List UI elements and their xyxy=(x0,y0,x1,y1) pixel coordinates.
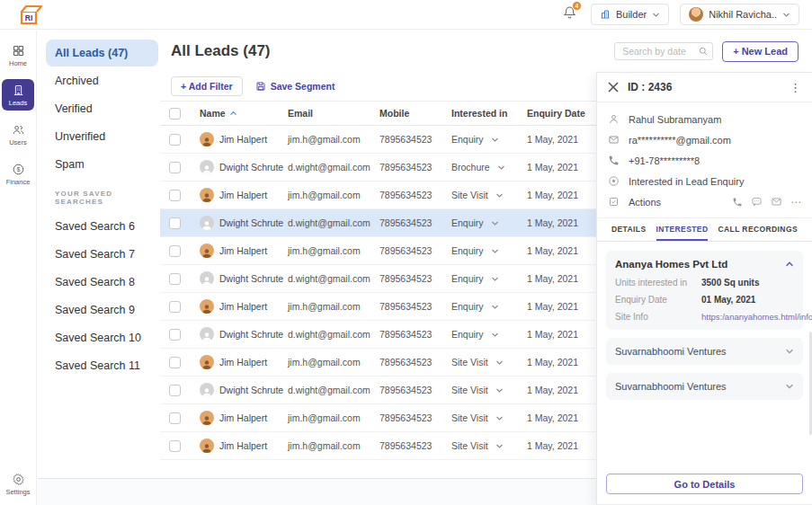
nav-item-users[interactable]: Users xyxy=(2,119,34,150)
table-row[interactable]: Dwight Schrute d.wight@gmail.com 7895634… xyxy=(160,154,596,182)
interest-dropdown[interactable]: Site Visit xyxy=(451,357,527,368)
nav-item-finance[interactable]: $ Finance xyxy=(2,158,34,190)
building-icon xyxy=(12,84,25,97)
table-row[interactable]: Dwight Schrute d.wight@gmail.com 7895634… xyxy=(160,321,596,349)
interest-dropdown[interactable]: Enquiry xyxy=(451,273,527,284)
chevron-down-icon xyxy=(495,386,504,394)
row-checkbox[interactable] xyxy=(169,440,181,452)
nav-item-settings[interactable]: Settings xyxy=(2,468,34,500)
chevron-down-icon xyxy=(491,275,499,283)
row-checkbox[interactable] xyxy=(169,217,181,229)
user-avatar xyxy=(689,7,703,22)
site-info-link[interactable]: https:/ananyahomes.html/info xyxy=(701,312,812,322)
add-filter-button[interactable]: + Add Filter xyxy=(171,76,243,96)
person-avatar-icon xyxy=(201,137,212,146)
row-checkbox[interactable] xyxy=(169,162,181,173)
row-checkbox[interactable] xyxy=(169,385,181,396)
saved-search-item[interactable]: Saved Search 7 xyxy=(37,241,160,268)
builder-selector[interactable]: Builder xyxy=(591,4,669,25)
chat-action-icon[interactable] xyxy=(751,196,763,208)
row-checkbox[interactable] xyxy=(169,190,181,201)
call-action-icon[interactable] xyxy=(732,197,743,208)
interest-dropdown[interactable]: Enquiry xyxy=(451,301,527,312)
filter-toolbar: + Add Filter Save Segment xyxy=(160,72,596,102)
new-lead-button[interactable]: + New Lead xyxy=(722,41,799,62)
lead-email: d.wight@gmail.com xyxy=(288,385,379,395)
contact-info-section: Rahul Subramanyam ra**********@gmail.com… xyxy=(597,102,812,218)
interest-dropdown[interactable]: Enquiry xyxy=(451,329,527,340)
table-row[interactable]: Jim Halpert jim.h@gmail.com 7895634523 S… xyxy=(160,349,596,377)
filter-item[interactable]: Unverified xyxy=(37,123,160,150)
table-row[interactable]: Dwight Schrute d.wight@gmail.com 7895634… xyxy=(160,265,596,293)
filter-item[interactable]: All Leads (47) xyxy=(46,40,158,66)
notifications-bell[interactable]: 4 xyxy=(562,4,577,24)
lead-name: Jim Halpert xyxy=(219,190,267,200)
nav-item-leads[interactable]: Leads xyxy=(2,79,34,111)
saved-search-item[interactable]: Saved Search 6 xyxy=(37,213,160,240)
row-checkbox[interactable] xyxy=(169,245,181,257)
kebab-menu-icon[interactable]: ⋮ xyxy=(790,81,801,94)
row-avatar xyxy=(200,216,214,230)
table-row[interactable]: Dwight Schrute d.wight@gmail.com 7895634… xyxy=(160,377,596,404)
person-avatar-icon xyxy=(201,415,212,425)
table-row[interactable]: Jim Halpert jim.h@gmail.com 7895634523 S… xyxy=(160,182,596,209)
close-icon xyxy=(608,82,619,93)
contact-phone: +91-78*********8 xyxy=(629,155,700,166)
row-checkbox[interactable] xyxy=(169,273,181,285)
lead-email: jim.h@gmail.com xyxy=(288,412,379,423)
table-row[interactable]: Jim Halpert jim.h@gmail.com 7895634523 S… xyxy=(160,404,596,432)
interest-dropdown[interactable]: Site Visit xyxy=(451,385,527,395)
main-header: All Leads (47) + New Lead xyxy=(160,31,812,72)
close-panel-button[interactable] xyxy=(608,82,619,93)
nav-label: Leads xyxy=(9,99,27,107)
chevron-down-icon xyxy=(495,359,504,367)
filter-item[interactable]: Spam xyxy=(37,151,160,178)
saved-search-item[interactable]: Saved Search 8 xyxy=(37,269,160,296)
save-segment-button[interactable]: Save Segment xyxy=(255,81,335,92)
filter-item[interactable]: Archived xyxy=(37,67,160,94)
panel-tab[interactable]: INTERESTED xyxy=(656,218,709,241)
interest-dropdown[interactable]: Enquiry xyxy=(451,245,527,256)
row-checkbox[interactable] xyxy=(169,412,181,424)
interest-dropdown[interactable]: Site Visit xyxy=(451,190,527,200)
interest-dropdown[interactable]: Site Visit xyxy=(451,412,527,423)
table-row[interactable]: Jim Halpert jim.h@gmail.com 7895634523 E… xyxy=(160,126,596,154)
nav-item-home[interactable]: Home xyxy=(2,40,34,71)
interest-dropdown[interactable]: Enquiry xyxy=(451,134,527,145)
lead-name: Jim Halpert xyxy=(219,134,267,145)
nav-label: Users xyxy=(9,138,27,146)
lead-email: d.wight@gmail.com xyxy=(288,217,379,228)
column-header-name[interactable]: Name xyxy=(200,108,288,119)
lead-enquiry-date: 1 May, 2021 xyxy=(527,329,596,340)
finance-dollar-icon: $ xyxy=(12,163,25,176)
filters-list: All Leads (47)ArchivedVerifiedUnverified… xyxy=(37,40,160,178)
goto-details-button[interactable]: Go to Details xyxy=(606,474,803,494)
collapsed-venture-card[interactable]: Suvarnabhoomi Ventures xyxy=(606,373,803,400)
filter-item[interactable]: Verified xyxy=(37,95,160,122)
saved-search-item[interactable]: Saved Search 11 xyxy=(37,352,160,379)
row-checkbox[interactable] xyxy=(169,134,181,146)
lead-enquiry-date: 1 May, 2021 xyxy=(527,357,596,368)
saved-search-item[interactable]: Saved Search 9 xyxy=(37,297,160,323)
person-avatar-icon xyxy=(201,248,212,258)
saved-search-item[interactable]: Saved Search 10 xyxy=(37,324,160,351)
collapsed-venture-card[interactable]: Suvarnabhoomi Ventures xyxy=(606,338,803,365)
row-checkbox[interactable] xyxy=(169,329,181,341)
row-checkbox[interactable] xyxy=(169,301,181,313)
table-row[interactable]: Jim Halpert jim.h@gmail.com 7895634523 S… xyxy=(160,432,596,460)
interest-dropdown[interactable]: Enquiry xyxy=(451,217,527,228)
table-row[interactable]: Dwight Schrute d.wight@gmail.com 7895634… xyxy=(160,209,596,237)
panel-tab[interactable]: CALL RECORDINGS xyxy=(718,218,799,241)
page-title: All Leads (47) xyxy=(171,42,271,60)
interest-dropdown[interactable]: Site Visit xyxy=(451,440,527,451)
panel-tab[interactable]: DETAILS xyxy=(611,218,647,241)
mail-action-icon[interactable] xyxy=(771,196,782,208)
user-menu[interactable]: Nikhil Ravicha.. xyxy=(680,4,799,25)
more-actions-icon[interactable]: ⋯ xyxy=(790,197,801,208)
row-checkbox[interactable] xyxy=(169,357,181,368)
select-all-checkbox[interactable] xyxy=(169,108,181,120)
interest-dropdown[interactable]: Brochure xyxy=(451,162,527,173)
chevron-up-icon[interactable] xyxy=(785,260,794,269)
table-row[interactable]: Jim Halpert jim.h@gmail.com 7895634523 E… xyxy=(160,293,596,321)
table-row[interactable]: Jim Halpert jim.h@gmail.com 7895634523 E… xyxy=(160,237,596,265)
